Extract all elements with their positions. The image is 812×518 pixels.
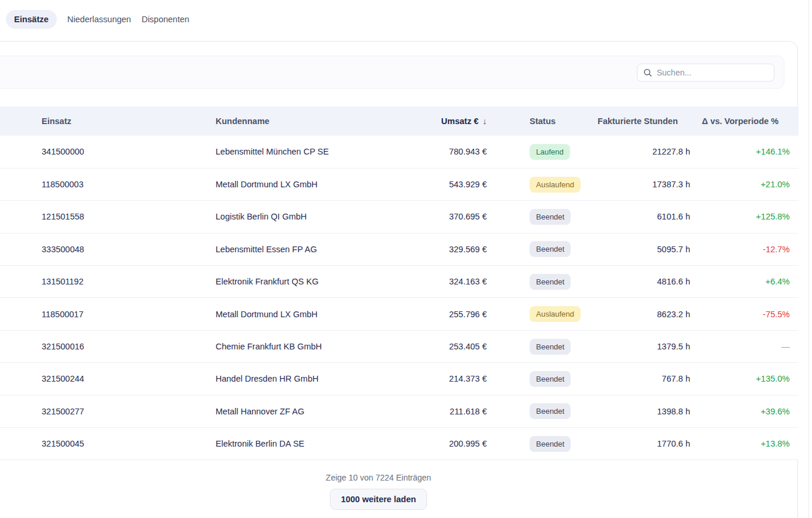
cell-einsatz: 321500277 <box>0 395 216 427</box>
column-header-kundenname[interactable]: Kundenname <box>216 107 380 136</box>
cell-fakturierte-stunden: 17387.3 h <box>573 168 690 200</box>
tab-disponenten[interactable]: Disponenten <box>142 10 189 29</box>
status-badge: Beendet <box>530 339 571 355</box>
cell-einsatz: 118500017 <box>0 298 216 330</box>
search-box[interactable] <box>637 63 775 81</box>
table-row[interactable]: 321500045Elektronik Berlin DA SE200.995 … <box>0 428 799 460</box>
cell-status: Beendet <box>487 395 573 427</box>
cell-status: Beendet <box>487 233 573 265</box>
table-row[interactable]: 131501192Elektronik Frankfurt QS KG324.1… <box>0 266 799 298</box>
cell-fakturierte-stunden: 1770.6 h <box>573 428 690 460</box>
cell-delta-vorperiode: +125.8% <box>690 201 799 233</box>
cell-einsatz: 321500016 <box>0 330 216 362</box>
cell-kundenname: Chemie Frankfurt KB GmbH <box>216 330 380 362</box>
cell-fakturierte-stunden: 8623.2 h <box>573 298 690 330</box>
column-header-einsatz[interactable]: Einsatz <box>0 107 216 136</box>
table-row[interactable]: 118500017Metall Dortmund LX GmbH255.796 … <box>0 298 799 330</box>
cell-status: Auslaufend <box>487 298 573 330</box>
status-badge: Beendet <box>530 371 571 387</box>
table-row[interactable]: 321500277Metall Hannover ZF AG211.618 €B… <box>0 395 799 427</box>
status-badge: Laufend <box>530 144 570 160</box>
cell-status: Beendet <box>487 266 573 298</box>
column-header-delta[interactable]: Δ vs. Vorperiode % <box>690 107 799 136</box>
cell-fakturierte-stunden: 1379.5 h <box>573 330 690 362</box>
table-row[interactable]: 121501558Logistik Berlin QI GmbH370.695 … <box>0 201 799 233</box>
cell-einsatz: 321500244 <box>0 363 216 395</box>
column-header-status[interactable]: Status <box>487 107 573 136</box>
cell-fakturierte-stunden: 5095.7 h <box>573 233 690 265</box>
cell-delta-vorperiode: +39.6% <box>690 395 799 427</box>
status-badge: Beendet <box>530 209 571 225</box>
einsaetze-table: EinsatzKundennameUmsatz €↓StatusFakturie… <box>0 107 799 460</box>
column-header-stunden[interactable]: Fakturierte Stunden <box>573 107 690 136</box>
cell-kundenname: Lebensmittel Essen FP AG <box>216 233 380 265</box>
status-badge: Beendet <box>530 241 571 257</box>
cell-umsatz: 329.569 € <box>380 233 487 265</box>
tab-bar: EinsätzeNiederlassungenDisponenten <box>6 10 189 29</box>
cell-umsatz: 211.618 € <box>380 395 487 427</box>
cell-einsatz: 321500045 <box>0 428 216 460</box>
cell-delta-vorperiode: — <box>690 330 799 362</box>
status-badge: Beendet <box>530 436 571 452</box>
table-footer: Zeige 10 von 7224 Einträgen 1000 weitere… <box>0 473 797 510</box>
entries-summary: Zeige 10 von 7224 Einträgen <box>0 473 797 482</box>
cell-kundenname: Elektronik Frankfurt QS KG <box>216 266 380 298</box>
cell-umsatz: 543.929 € <box>380 168 487 200</box>
cell-umsatz: 253.405 € <box>380 330 487 362</box>
cell-fakturierte-stunden: 6101.6 h <box>573 201 690 233</box>
cell-delta-vorperiode: +21.0% <box>690 168 799 200</box>
cell-einsatz: 131501192 <box>0 266 216 298</box>
cell-kundenname: Handel Dresden HR GmbH <box>216 363 380 395</box>
cell-fakturierte-stunden: 21227.8 h <box>573 136 690 168</box>
cell-delta-vorperiode: +135.0% <box>690 363 799 395</box>
search-input[interactable] <box>657 68 768 77</box>
table-row[interactable]: 118500003Metall Dortmund LX GmbH543.929 … <box>0 168 799 200</box>
cell-umsatz: 255.796 € <box>380 298 487 330</box>
cell-kundenname: Metall Dortmund LX GmbH <box>216 298 380 330</box>
status-badge: Beendet <box>530 403 571 419</box>
table-header-row: EinsatzKundennameUmsatz €↓StatusFakturie… <box>0 107 799 136</box>
cell-status: Laufend <box>487 136 573 168</box>
cell-einsatz: 121501558 <box>0 201 216 233</box>
sort-desc-icon: ↓ <box>483 116 487 126</box>
cell-delta-vorperiode: +6.4% <box>690 266 799 298</box>
cell-kundenname: Metall Hannover ZF AG <box>216 395 380 427</box>
cell-umsatz: 370.695 € <box>380 201 487 233</box>
toolbar <box>0 56 784 89</box>
status-badge: Auslaufend <box>530 177 581 193</box>
cell-umsatz: 214.373 € <box>380 363 487 395</box>
cell-kundenname: Logistik Berlin QI GmbH <box>216 201 380 233</box>
load-more-button[interactable]: 1000 weitere laden <box>330 489 427 510</box>
column-header-umsatz[interactable]: Umsatz €↓ <box>380 107 487 136</box>
cell-delta-vorperiode: +146.1% <box>690 136 799 168</box>
cell-einsatz: 118500003 <box>0 168 216 200</box>
page-right-divider <box>808 0 809 518</box>
cell-status: Beendet <box>487 330 573 362</box>
cell-umsatz: 200.995 € <box>380 428 487 460</box>
cell-status: Beendet <box>487 201 573 233</box>
status-badge: Auslaufend <box>530 306 581 322</box>
table-row[interactable]: 341500000Lebensmittel München CP SE780.9… <box>0 136 799 168</box>
cell-delta-vorperiode: -12.7% <box>690 233 799 265</box>
table-row[interactable]: 321500016Chemie Frankfurt KB GmbH253.405… <box>0 330 799 362</box>
status-badge: Beendet <box>530 274 571 290</box>
tab-einsaetze[interactable]: Einsätze <box>6 10 57 29</box>
cell-einsatz: 333500048 <box>0 233 216 265</box>
cell-fakturierte-stunden: 4816.6 h <box>573 266 690 298</box>
cell-status: Beendet <box>487 428 573 460</box>
table-row[interactable]: 333500048Lebensmittel Essen FP AG329.569… <box>0 233 799 265</box>
search-icon <box>643 68 652 77</box>
cell-fakturierte-stunden: 767.8 h <box>573 363 690 395</box>
cell-umsatz: 324.163 € <box>380 266 487 298</box>
cell-kundenname: Metall Dortmund LX GmbH <box>216 168 380 200</box>
cell-status: Auslaufend <box>487 168 573 200</box>
cell-delta-vorperiode: -75.5% <box>690 298 799 330</box>
cell-fakturierte-stunden: 1398.8 h <box>573 395 690 427</box>
table-row[interactable]: 321500244Handel Dresden HR GmbH214.373 €… <box>0 363 799 395</box>
table-body: 341500000Lebensmittel München CP SE780.9… <box>0 136 799 460</box>
tab-niederlassungen[interactable]: Niederlassungen <box>67 10 131 29</box>
cell-kundenname: Lebensmittel München CP SE <box>216 136 380 168</box>
cell-delta-vorperiode: +13.8% <box>690 428 799 460</box>
cell-umsatz: 780.943 € <box>380 136 487 168</box>
cell-status: Beendet <box>487 363 573 395</box>
